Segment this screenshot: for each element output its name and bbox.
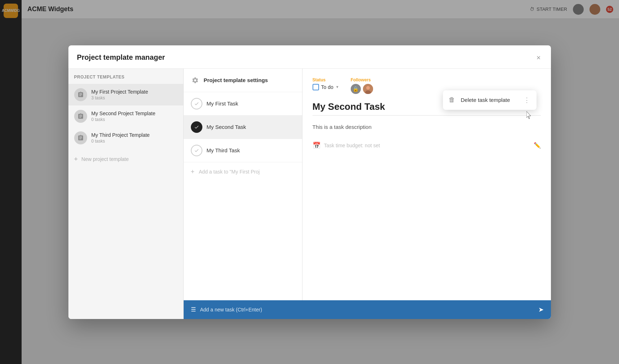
settings-label: Project template settings [204,77,268,83]
modal-bottom-bar: ☰ Add a new task (Ctrl+Enter) ➤ [184,300,551,319]
status-selector[interactable]: To do ▼ [313,84,339,90]
task-name-1: My First Task [207,100,238,107]
clipboard-icon-3 [77,135,84,141]
modal-header: Project template manager × [68,45,551,69]
gear-icon [191,76,199,85]
task-list-item-3[interactable]: My Third Task [184,139,302,162]
trash-icon: 🗑 [446,93,458,107]
modal-title: Project template manager [77,53,165,62]
templates-section-title: Project templates [68,75,183,84]
template-item-1[interactable]: My First Project Template 3 tasks [68,84,183,105]
modal-overlay: Project template manager × Project templ… [0,0,619,364]
more-options-icon[interactable]: ⋮ [521,93,534,107]
task-list-item-2[interactable]: My Second Task [184,116,302,139]
task-checkbox-1[interactable] [191,98,202,109]
follower-avatar-user [363,84,373,94]
template-info-1: My First Project Template 3 tasks [91,89,148,100]
task-name-2: My Second Task [207,124,246,130]
template-tasks-2: 0 tasks [91,117,156,122]
send-icon[interactable]: ➤ [538,306,544,314]
settings-item[interactable]: Project template settings [184,69,302,92]
tasks-panel: Project template settings My First Task … [184,69,302,319]
follower-lock-icon: 🔒 [351,84,361,94]
followers-section: Followers 🔒 [351,77,373,94]
template-name-2: My Second Project Template [91,111,156,116]
add-task-plus-icon: + [191,168,195,176]
add-task-row[interactable]: + Add a task to "My First Proj [184,162,302,181]
task-detail-panel: Status To do ▼ Followers 🔒 [302,69,551,319]
user-avatar-svg [363,84,373,94]
time-budget-label: Task time budget: not set [324,143,380,148]
add-task-label: Add a task to "My First Proj [199,169,260,175]
template-icon-2 [74,110,87,123]
template-item-2[interactable]: My Second Project Template 0 tasks [68,105,183,127]
edit-time-budget-icon[interactable]: ✏️ [534,142,541,149]
template-tasks-1: 3 tasks [91,95,148,100]
delete-task-template-button[interactable]: Delete task template [461,97,518,103]
followers-row: 🔒 [351,84,373,94]
title-divider [313,115,541,116]
task-list-icon: ☰ [191,306,196,313]
budget-calendar-icon: 📅 [313,141,320,149]
status-label: Status [313,77,339,82]
template-tasks-3: 0 tasks [91,139,150,144]
task-list-item-1[interactable]: My First Task [184,92,302,116]
new-project-template-button[interactable]: + New project template [68,152,183,167]
task-time-budget-row: 📅 Task time budget: not set ✏️ [313,141,541,149]
modal-body: Project templates My First Project Templ… [68,69,551,319]
chevron-down-icon: ▼ [336,85,339,89]
close-button[interactable]: × [535,53,542,63]
new-template-label: New project template [81,156,129,162]
template-name-3: My Third Project Template [91,132,150,138]
status-text: To do [321,84,333,90]
task-name-3: My Third Task [207,147,240,153]
task-checkbox-2[interactable] [191,121,202,133]
project-template-manager-modal: Project template manager × Project templ… [68,45,551,319]
clipboard-icon-2 [77,113,84,120]
template-item-3[interactable]: My Third Project Template 0 tasks [68,127,183,149]
followers-label: Followers [351,77,373,82]
template-icon-3 [74,131,87,144]
context-menu: 🗑 Delete task template ⋮ [443,90,537,110]
status-section: Status To do ▼ [313,77,339,90]
status-checkbox[interactable] [313,84,319,90]
template-name-1: My First Project Template [91,89,148,95]
add-new-task-label[interactable]: Add a new task (Ctrl+Enter) [200,307,534,313]
clipboard-icon-1 [77,91,84,98]
template-info-2: My Second Project Template 0 tasks [91,111,156,122]
templates-panel: Project templates My First Project Templ… [68,69,184,319]
task-checkbox-3[interactable] [191,145,202,156]
plus-icon: + [74,156,78,162]
task-description: This is a task description [313,123,541,131]
template-icon-1 [74,88,87,101]
template-info-3: My Third Project Template 0 tasks [91,132,150,144]
svg-point-1 [366,86,370,90]
